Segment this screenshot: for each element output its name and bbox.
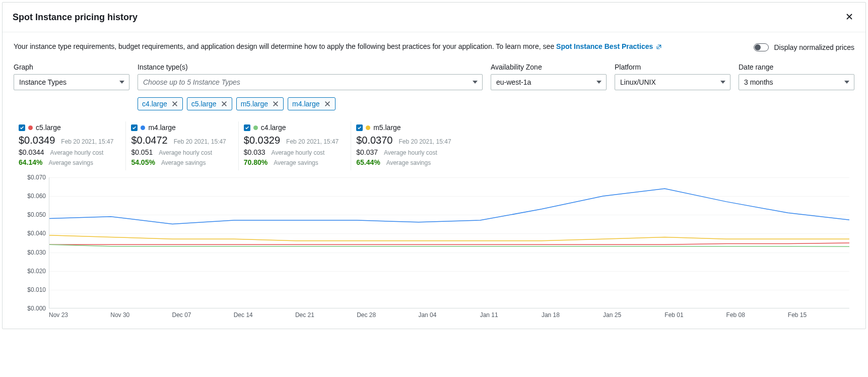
average-hourly-cost: $0.033 <box>244 148 265 156</box>
graph-select[interactable]: Instance Types <box>14 74 129 90</box>
x-axis-tick: Feb 01 <box>664 311 726 319</box>
series-color-dot <box>28 125 33 130</box>
x-axis-tick: Jan 25 <box>603 311 664 319</box>
graph-select-value: Instance Types <box>19 78 66 86</box>
intro-text-span: Your instance type requirements, budget … <box>14 42 556 50</box>
average-savings: 64.14% <box>19 158 42 166</box>
series-line <box>49 243 849 244</box>
external-link-icon <box>656 44 662 50</box>
price-timestamp: Feb 20 2021, 15:47 <box>398 138 451 145</box>
average-savings: 54.05% <box>131 158 155 166</box>
y-axis-tick: $0.060 <box>27 193 46 200</box>
date-range-filter: Date range 3 months <box>739 63 854 110</box>
average-savings: 70.80% <box>244 158 268 166</box>
current-price: $0.0349 <box>19 135 55 146</box>
current-price: $0.0329 <box>244 135 280 146</box>
instance-type-chip[interactable]: c5.large <box>187 97 232 110</box>
close-icon <box>845 13 853 21</box>
close-button[interactable] <box>843 10 855 25</box>
normalize-prices-toggle[interactable]: Display normalized prices <box>754 41 854 51</box>
types-filter-label: Instance type(s) <box>138 63 483 71</box>
az-filter-label: Availability Zone <box>491 63 607 71</box>
current-price: $0.0370 <box>356 135 392 146</box>
average-hourly-cost-label: Average hourly cost <box>272 149 325 156</box>
availability-zone-select[interactable]: eu-west-1a <box>491 74 607 90</box>
availability-zone-filter: Availability Zone eu-west-1a <box>491 63 607 110</box>
y-axis-tick: $0.050 <box>27 211 46 218</box>
average-savings-label: Average savings <box>386 159 431 166</box>
caret-down-icon <box>843 78 851 86</box>
average-savings: 65.44% <box>356 158 380 166</box>
series-name: m4.large <box>148 123 175 132</box>
x-axis-tick: Jan 18 <box>542 311 603 319</box>
instance-type-chip[interactable]: m5.large <box>236 97 284 110</box>
panel-header: Spot Instance pricing history <box>3 3 865 32</box>
average-hourly-cost-label: Average hourly cost <box>50 149 104 156</box>
series-name: c5.large <box>36 123 61 132</box>
platform-filter-label: Platform <box>615 63 730 71</box>
instance-type-chip[interactable]: m4.large <box>288 97 335 110</box>
series-name: m5.large <box>373 123 400 132</box>
intro-text: Your instance type requirements, budget … <box>14 41 733 52</box>
check-icon <box>357 125 362 130</box>
series-color-dot <box>366 125 370 130</box>
platform-select[interactable]: Linux/UNIX <box>615 74 730 90</box>
y-axis-tick: $0.030 <box>27 249 46 256</box>
series-checkbox[interactable] <box>19 124 25 131</box>
toggle-pill <box>754 43 769 51</box>
range-select-value: 3 months <box>744 78 773 86</box>
x-axis-tick: Jan 11 <box>480 311 542 319</box>
caret-down-icon <box>471 78 479 86</box>
y-axis-tick: $0.000 <box>27 305 46 312</box>
chip-remove-icon[interactable] <box>171 100 178 107</box>
x-axis-tick: Jan 04 <box>418 311 480 319</box>
series-checkbox[interactable] <box>244 124 250 131</box>
plot-area <box>49 177 849 308</box>
check-icon <box>132 125 137 130</box>
chip-label: m4.large <box>292 100 319 108</box>
graph-filter-label: Graph <box>14 63 129 71</box>
x-axis: Nov 23Nov 30Dec 07Dec 14Dec 21Dec 28Jan … <box>49 311 849 319</box>
graph-filter: Graph Instance Types <box>14 63 129 110</box>
best-practices-link[interactable]: Spot Instance Best Practices <box>556 42 662 50</box>
average-hourly-cost: $0.051 <box>131 148 153 156</box>
caret-down-icon <box>595 78 603 86</box>
intro-row: Your instance type requirements, budget … <box>14 41 854 52</box>
series-checkbox[interactable] <box>131 124 138 131</box>
instance-type-chip[interactable]: c4.large <box>138 97 183 110</box>
average-savings-label: Average savings <box>48 159 93 166</box>
date-range-select[interactable]: 3 months <box>739 74 854 90</box>
series-checkbox[interactable] <box>356 124 363 131</box>
chip-label: c4.large <box>142 100 167 108</box>
summary-card: c4.large $0.0329 Feb 20 2021, 15:47 $0.0… <box>238 121 351 170</box>
y-axis-tick: $0.010 <box>27 286 46 293</box>
chip-remove-icon[interactable] <box>272 100 279 107</box>
y-axis: $0.070$0.060$0.050$0.040$0.030$0.020$0.0… <box>19 177 49 308</box>
instance-types-select[interactable]: Choose up to 5 Instance Types <box>138 74 483 90</box>
chip-label: m5.large <box>241 100 268 108</box>
types-placeholder: Choose up to 5 Instance Types <box>143 78 240 86</box>
pricing-history-panel: Spot Instance pricing history Your insta… <box>2 2 866 329</box>
az-select-value: eu-west-1a <box>496 78 531 86</box>
average-hourly-cost: $0.0344 <box>19 148 44 156</box>
y-axis-tick: $0.020 <box>27 268 46 275</box>
average-hourly-cost: $0.037 <box>356 148 378 156</box>
instance-types-filter: Instance type(s) Choose up to 5 Instance… <box>138 63 483 110</box>
chip-remove-icon[interactable] <box>324 100 331 107</box>
y-axis-tick: $0.040 <box>27 230 46 237</box>
chip-label: c5.large <box>191 100 217 108</box>
average-savings-label: Average savings <box>161 159 206 166</box>
price-timestamp: Feb 20 2021, 15:47 <box>174 138 226 145</box>
chip-remove-icon[interactable] <box>221 100 228 107</box>
summary-card: m5.large $0.0370 Feb 20 2021, 15:47 $0.0… <box>351 121 463 170</box>
x-axis-tick: Nov 23 <box>49 311 110 319</box>
x-axis-tick: Feb 15 <box>788 311 849 319</box>
summary-cards: c5.large $0.0349 Feb 20 2021, 15:47 $0.0… <box>14 121 854 170</box>
platform-filter: Platform Linux/UNIX <box>615 63 730 110</box>
range-filter-label: Date range <box>739 63 854 71</box>
summary-card: m4.large $0.0472 Feb 20 2021, 15:47 $0.0… <box>125 121 238 170</box>
chart-lines <box>49 177 849 308</box>
y-axis-tick: $0.070 <box>27 174 46 181</box>
filter-row: Graph Instance Types Instance type(s) Ch… <box>14 63 854 110</box>
average-hourly-cost-label: Average hourly cost <box>159 149 212 156</box>
